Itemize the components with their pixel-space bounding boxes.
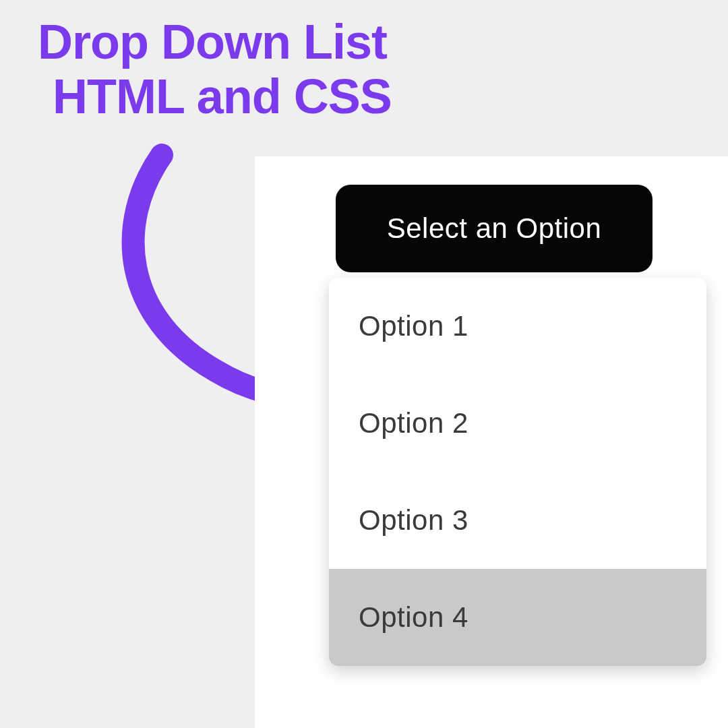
dropdown-option-label: Option 4 — [359, 601, 468, 633]
title-line-2: HTML and CSS — [53, 69, 392, 124]
select-button-label: Select an Option — [387, 212, 602, 245]
demo-panel: Select an Option Option 1 Option 2 Optio… — [255, 156, 728, 728]
dropdown-option-4[interactable]: Option 4 — [329, 569, 706, 666]
page-title: Drop Down List HTML and CSS — [38, 15, 392, 123]
dropdown-option-label: Option 1 — [359, 310, 468, 342]
dropdown-option-label: Option 2 — [359, 407, 468, 439]
title-line-1: Drop Down List — [38, 15, 392, 69]
select-button[interactable]: Select an Option — [336, 185, 653, 272]
dropdown-option-3[interactable]: Option 3 — [329, 472, 706, 569]
dropdown-option-1[interactable]: Option 1 — [329, 278, 706, 375]
dropdown-option-label: Option 3 — [359, 504, 468, 536]
dropdown-option-2[interactable]: Option 2 — [329, 375, 706, 472]
dropdown-menu: Option 1 Option 2 Option 3 Option 4 — [329, 278, 706, 666]
